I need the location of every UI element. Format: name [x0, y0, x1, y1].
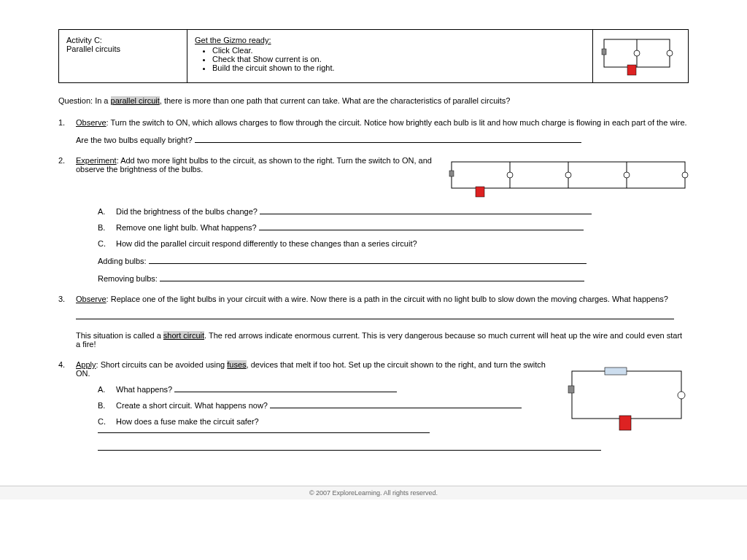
circuit-diagram-four-bulbs [448, 156, 689, 200]
svg-rect-18 [568, 386, 574, 393]
q4-body: Apply: Short circuits can be avoided usi… [76, 360, 689, 452]
answer-blank[interactable] [174, 392, 397, 392]
svg-point-15 [682, 172, 688, 178]
term-fuses: fuses [227, 360, 246, 369]
svg-rect-19 [619, 416, 631, 430]
q1-prompt: Are the two bulbs equally bright? [76, 136, 195, 144]
q2-text: : Add two more light bulbs to the circui… [76, 156, 432, 174]
q2-b-label: B. [98, 223, 114, 232]
svg-point-12 [507, 172, 513, 178]
ready-item: Click Clear. [212, 46, 585, 55]
header-diagram-cell [593, 30, 689, 83]
q4-a-text: What happens? [116, 385, 174, 394]
circuit-diagram-small [600, 36, 681, 77]
q2-c-label: C. [98, 239, 114, 248]
question-3: 3. Observe: Replace one of the light bul… [58, 295, 689, 349]
q4-a-label: A. [98, 385, 114, 394]
activity-label: Activity C: [66, 36, 179, 44]
ready-item: Check that Show current is on. [212, 55, 585, 63]
q4-number: 4. [58, 360, 76, 369]
q2-a-label: A. [98, 207, 114, 216]
q2-c: C. How did the parallel circuit respond … [98, 239, 689, 283]
q4-b-text: Create a short circuit. What happens now… [116, 401, 270, 410]
q2-removing-row: Removing bulbs: [98, 274, 689, 283]
q3-note-pre: This situation is called a [76, 331, 163, 340]
svg-point-4 [667, 50, 673, 56]
q4-text-pre: : Short circuits can be avoided using [96, 360, 228, 369]
question-2: 2. Experiment: Add two more light bulbs … [58, 156, 689, 283]
ready-title: Get the Gizmo ready: [195, 36, 585, 44]
ready-item-text: Build the circuit shown to the right. [212, 63, 335, 72]
q2-b-text: Remove one light bulb. What happens? [116, 223, 259, 232]
answer-blank[interactable] [259, 230, 584, 230]
ready-cell: Get the Gizmo ready: Click Clear. Check … [187, 30, 593, 83]
svg-point-20 [678, 392, 685, 399]
svg-point-5 [634, 50, 640, 56]
q1-body: Observe: Turn the switch to ON, which al… [76, 118, 689, 144]
worksheet-page: Activity C: Parallel circuits Get the Gi… [0, 0, 747, 471]
answer-blank[interactable] [195, 142, 581, 143]
ready-list: Click Clear. Check that Show current is … [195, 46, 585, 72]
q3-text: : Replace one of the light bulbs in your… [107, 295, 668, 303]
answer-blank[interactable] [98, 432, 430, 433]
q2-number: 2. [58, 156, 76, 165]
answer-blank[interactable] [149, 263, 587, 264]
activity-cell: Activity C: Parallel circuits [59, 30, 187, 83]
q2-adding-row: Adding bulbs: [98, 257, 689, 265]
q4-c-label: C. [98, 417, 114, 426]
q3-body: Observe: Replace one of the light bulbs … [76, 295, 689, 349]
q1-lead: Observe [76, 118, 107, 127]
q3-note: This situation is called a short circuit… [76, 331, 689, 349]
header-table: Activity C: Parallel circuits Get the Gi… [58, 29, 689, 83]
term-short-circuit: short circuit [163, 331, 204, 340]
question-4: 4. Apply: Short circuits can be avoided … [58, 360, 689, 452]
circuit-diagram-fuse [565, 360, 689, 433]
svg-rect-17 [605, 368, 627, 375]
q2-c-text: How did the parallel circuit respond dif… [116, 239, 417, 248]
ready-item-text: Check that Show current is on. [212, 55, 322, 63]
q2-adding: Adding bulbs: [98, 257, 149, 265]
svg-rect-2 [602, 49, 606, 55]
svg-point-13 [565, 172, 571, 178]
q2-body: Experiment: Add two more light bulbs to … [76, 156, 689, 283]
q1-text: : Turn the switch to ON, which allows ch… [107, 118, 687, 127]
q1-number: 1. [58, 118, 76, 127]
answer-blank[interactable] [76, 319, 674, 319]
q2-removing: Removing bulbs: [98, 274, 160, 283]
svg-rect-11 [476, 187, 484, 197]
svg-rect-16 [572, 371, 681, 419]
svg-rect-3 [627, 65, 636, 75]
answer-blank[interactable] [160, 281, 584, 281]
q2-a: A. Did the brightness of the bulbs chang… [98, 207, 689, 216]
ready-item-text: Click Clear. [212, 46, 253, 55]
svg-rect-10 [449, 171, 454, 176]
question-1: 1. Observe: Turn the switch to ON, which… [58, 118, 689, 144]
term-parallel-circuit: parallel circuit [111, 96, 160, 105]
answer-blank[interactable] [270, 408, 522, 408]
q2-lead: Experiment [76, 156, 117, 165]
q4-c-text: How does a fuse make the circuit safer? [116, 417, 259, 426]
q3-number: 3. [58, 295, 76, 303]
q2-a-text: Did the brightness of the bulbs change? [116, 207, 260, 216]
q3-blank-row [76, 312, 689, 321]
q4-lead: Apply [76, 360, 96, 369]
page-footer: © 2007 ExploreLearning. All rights reser… [0, 486, 747, 499]
q3-lead: Observe [76, 295, 107, 303]
q4-b-label: B. [98, 401, 114, 410]
q1-prompt-row: Are the two bulbs equally bright? [76, 136, 689, 144]
question-suffix: , there is more than one path that curre… [160, 96, 511, 105]
answer-blank[interactable] [260, 214, 592, 214]
ready-item: Build the circuit shown to the right. [212, 63, 585, 72]
question-prefix: Question: In a [58, 96, 111, 105]
q4-c-blank2 [98, 443, 689, 452]
question-intro: Question: In a parallel circuit, there i… [58, 96, 689, 105]
answer-blank[interactable] [98, 450, 601, 451]
q2-b: B. Remove one light bulb. What happens? [98, 223, 689, 232]
svg-point-14 [624, 172, 630, 178]
activity-title: Parallel circuits [66, 44, 179, 53]
